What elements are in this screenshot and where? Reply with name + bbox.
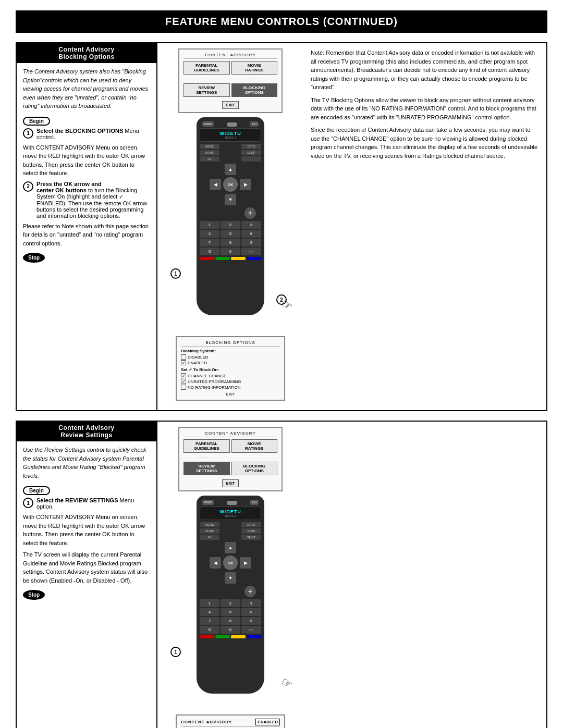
r2-btn-0: 0 [221, 626, 240, 634]
remote-screen-text: WIDETU [202, 131, 259, 136]
disabled-row: DISABLED [181, 354, 280, 360]
review-dots: · · · · · · [183, 455, 230, 459]
section-left-review: Content Advisory Review Settings Use the… [17, 422, 157, 728]
review-parental-btn: PARENTALGUIDELINES [183, 439, 230, 453]
note-area: Note: Remember that Content Advisory dat… [311, 48, 539, 160]
green-btn [215, 257, 230, 260]
arrow-right: ▶ [240, 179, 251, 190]
stop-badge-2: Stop [23, 588, 150, 602]
number-grid-2: 1 2 3 4 5 6 7 8 9 ⊙ 0 ○○ [200, 599, 261, 634]
blocking-screen-title: BLOCKING OPTIONS [181, 340, 280, 347]
no-rating-checkbox [181, 385, 186, 390]
plus-area: + [200, 207, 261, 219]
btn-1: 1 [200, 221, 219, 229]
red-btn [200, 257, 214, 260]
screen-buttons: PARENTALGUIDELINES MOVIERATINGS · · · · … [183, 61, 277, 97]
btn-4: 4 [200, 230, 219, 238]
review-step1-detail: With CONTENT ADVISORY Menu on screen, mo… [23, 513, 150, 547]
step2-text: Press the OK arrow and center OK buttons… [36, 181, 150, 219]
section-right-blocking: Note: Remember that Content Advisory dat… [303, 43, 546, 410]
remote-control: PWR CH WIDETU MODE 1 MENU STTS SURF [178, 117, 283, 336]
blocking-system-label: Blocking System: [181, 349, 280, 353]
review-btn: REVIEWSETTINGS [183, 83, 230, 97]
nav-grid-2: MENU STTS SURF SLEP AV SMRT [200, 522, 261, 540]
step1-marker-2: 1 [170, 647, 181, 657]
remote-screen-2: WIDETU MODE 1 [200, 507, 261, 520]
menu-btn-2: MENU [200, 522, 219, 527]
r2-btn-1: 1 [200, 599, 219, 607]
stts-btn-2: STTS [241, 522, 261, 527]
number-grid: 1 2 3 4 5 6 7 8 9 ⊙ 0 ○○ [200, 221, 261, 255]
blocking-btn: BLOCKINGOPTIONS [231, 83, 278, 97]
arrow-right-2: ▶ [240, 557, 251, 569]
blocking-options-screen: BLOCKING OPTIONS Blocking System: DISABL… [176, 336, 285, 401]
power-row: PWR CH [200, 121, 261, 127]
slep-btn-2: SLEP [241, 528, 261, 534]
review-movie-btn: MOVIERATINGS [231, 439, 278, 453]
arrow-left-2: ◀ [210, 557, 221, 569]
yellow-btn-2 [231, 635, 246, 638]
blue-btn-2 [247, 635, 261, 638]
r2-btn-8: 8 [221, 617, 240, 625]
power-row-2: PWR CH [200, 500, 261, 505]
note-para3: Since the reception of Content Advisory … [311, 126, 539, 160]
remote-screen-sub-2: MODE 1 [202, 514, 259, 517]
av-btn-2: AV [200, 535, 219, 540]
r2-btn-hash: ○○ [241, 626, 261, 634]
enabled-checkbox [181, 360, 186, 365]
step1-text: Select the BLOCKING OPTIONS Menu control… [36, 128, 150, 140]
finger-icon-2: ☞ [278, 674, 296, 693]
power-btn: PWR [202, 121, 214, 127]
review-screen-title: CONTENT ADVISORY [183, 431, 277, 437]
remote-body-2: PWR CH WIDETU MODE 1 MENU STTS SURF [197, 496, 264, 694]
step1-row: 1 Select the BLOCKING OPTIONS Menu contr… [23, 128, 150, 140]
yellow-btn [231, 257, 246, 260]
review-results-screen: CONTENT ADVISORY ENABLED TV PARENTALGUID… [176, 714, 285, 728]
plus-btn-2: + [244, 586, 256, 597]
review-exit-btn: EXIT [222, 479, 239, 487]
review-screen-buttons: PARENTALGUIDELINES MOVIERATINGS · · · · … [183, 439, 277, 475]
r2-btn-6: 6 [241, 608, 261, 616]
r2-btn-9: 9 [241, 617, 261, 625]
nav-grid: MENU STTS SURF SLEP AV [200, 144, 261, 162]
btn-0: 0 [221, 248, 240, 255]
enabled-row: ENABLED [181, 360, 280, 365]
arrow-down-2: ▼ [225, 572, 236, 584]
r2-btn-2: 2 [221, 599, 240, 607]
btn-hash: ○○ [241, 248, 261, 255]
remote-body: PWR CH WIDETU MODE 1 MENU STTS SURF [197, 117, 264, 315]
section-right-review [303, 422, 546, 728]
content-advisory-screen: CONTENT ADVISORY PARENTALGUIDELINES MOVI… [178, 48, 283, 113]
led-indicator [227, 122, 237, 127]
step2-note: Please refer to Note shown with this pag… [23, 222, 150, 248]
smrt-btn-2: SMRT [241, 535, 261, 540]
no-rating-row: NO RATING INFORMATION [181, 385, 280, 390]
ch-btn-2: CH [250, 500, 259, 505]
movie-ratings-btn: MOVIERATINGS [231, 61, 278, 75]
ok-center-2: OK [223, 556, 238, 570]
review-step1-row: 1 Select the REVIEW SETTINGS Menu option… [23, 497, 150, 510]
blue-btn [247, 257, 261, 260]
r2-btn-4: 4 [200, 608, 219, 616]
channel-checkbox [181, 373, 186, 378]
power-btn-2: PWR [202, 500, 214, 505]
plus-btn: + [244, 207, 256, 219]
r2-btn-star: ⊙ [200, 626, 219, 634]
arrow-up-2: ▲ [225, 542, 236, 553]
extra-btn [241, 156, 261, 162]
review-step1-circle: 1 [23, 498, 33, 508]
review-enabled-badge: ENABLED [255, 719, 280, 725]
step1-marker: 1 [170, 268, 181, 279]
section-center-blocking: CONTENT ADVISORY PARENTALGUIDELINES MOVI… [157, 43, 303, 410]
arrow-area-2: OK ▲ ▼ ◀ ▶ [210, 542, 251, 584]
btn-8: 8 [221, 239, 240, 246]
btn-star: ⊙ [200, 248, 219, 255]
surf-btn-2: SURF [200, 528, 219, 534]
stts-btn: STTS [241, 144, 261, 149]
red-btn-2 [200, 635, 214, 638]
unrated-checkbox [181, 379, 186, 384]
note-para1: Note: Remember that Content Advisory dat… [311, 48, 539, 92]
remote-screen-sub: MODE 1 [202, 136, 259, 139]
arrow-left: ◀ [210, 179, 221, 190]
ch-btn: CH [250, 121, 259, 127]
